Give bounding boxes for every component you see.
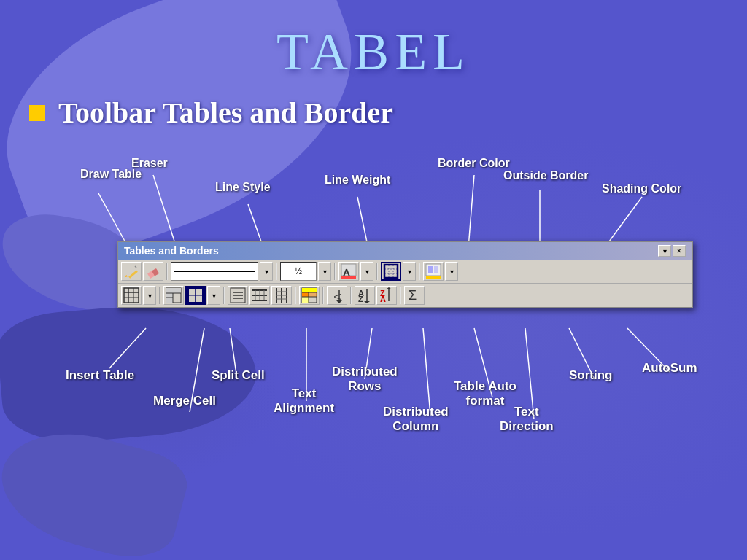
sep9 (322, 287, 324, 304)
svg-text:A: A (333, 294, 343, 300)
outside-border-label: Outside Border (503, 169, 588, 182)
sort-az-btn[interactable]: A Z (355, 286, 375, 305)
split-cell-label: Split Cell (212, 368, 265, 383)
distributed-rows-label: DistributedRows (332, 365, 398, 394)
autosum-label: AutoSum (642, 361, 697, 376)
svg-rect-67 (302, 288, 317, 292)
sep7 (223, 287, 225, 304)
line-style-selector[interactable] (171, 262, 258, 281)
svg-rect-70 (302, 297, 309, 303)
outside-border-btn[interactable] (381, 262, 401, 281)
svg-text:Σ: Σ (409, 288, 417, 303)
svg-line-19 (135, 266, 136, 268)
toolbar-controls[interactable]: ▾ ✕ (658, 245, 686, 257)
sep4 (376, 262, 378, 280)
sep2 (276, 262, 277, 280)
autosum-btn[interactable]: Σ (404, 286, 425, 305)
line-style-label: Line Style (215, 181, 271, 194)
shading-color-arrow[interactable]: ▾ (445, 262, 458, 281)
sep8 (295, 287, 296, 304)
sort-za-btn[interactable]: Z A (376, 286, 397, 305)
toolbar-title: Tables and Borders (124, 245, 219, 257)
merge-cells-btn[interactable] (163, 286, 184, 305)
sep11 (400, 287, 401, 304)
svg-marker-18 (125, 275, 128, 277)
border-color-arrow[interactable]: ▾ (360, 262, 374, 281)
line-weight-selector[interactable]: ½ (280, 262, 317, 281)
svg-rect-35 (426, 276, 441, 279)
text-direction-label: TextDirection (500, 405, 554, 435)
sep1 (166, 262, 168, 280)
line-weight-arrow[interactable]: ▾ (318, 262, 331, 281)
svg-rect-69 (309, 292, 317, 297)
eraser-btn[interactable] (143, 262, 163, 281)
line-style-arrow[interactable]: ▾ (260, 262, 273, 281)
table-autoformat-btn[interactable] (299, 286, 320, 305)
svg-marker-80 (364, 301, 370, 303)
bullet-icon (29, 105, 45, 121)
subtitle-text: Toolbar Tables and Border (58, 96, 393, 130)
border-color-label: Border Color (438, 157, 510, 170)
svg-rect-68 (302, 292, 309, 297)
eraser-label: Eraser (131, 157, 168, 170)
toolbar-titlebar: Tables and Borders ▾ ✕ (118, 242, 692, 260)
svg-rect-36 (124, 288, 139, 303)
subtitle-area: Toolbar Tables and Border (29, 96, 747, 130)
line-weight-label: Line Weight (325, 174, 390, 187)
split-cell-arrow[interactable]: ▾ (207, 286, 220, 305)
svg-rect-34 (434, 266, 438, 273)
shading-color-label: Shading Color (602, 182, 681, 195)
sep10 (350, 287, 352, 304)
annotation-lines (44, 153, 732, 545)
svg-line-7 (109, 328, 146, 368)
toolbar-row-1: ▾ ½ ▾ ▾ (118, 260, 692, 284)
svg-rect-27 (384, 265, 398, 278)
distributed-column-btn[interactable] (271, 286, 292, 305)
svg-text:A: A (380, 295, 386, 303)
toolbar-close-btn[interactable]: ✕ (673, 245, 686, 257)
toolbar-minimize-btn[interactable]: ▾ (658, 245, 671, 257)
merge-cell-label: Merge Cell (153, 394, 216, 408)
distributed-rows-btn[interactable] (249, 286, 270, 305)
insert-table-arrow[interactable]: ▾ (143, 286, 156, 305)
text-alignment-label: TextAlignment (274, 386, 334, 416)
svg-rect-17 (128, 271, 138, 279)
insert-table-label: Insert Table (66, 368, 134, 383)
sorting-label: Sorting (569, 368, 613, 383)
distributed-column-label: DistributedColumn (383, 405, 449, 435)
svg-marker-84 (386, 287, 392, 289)
svg-rect-26 (341, 276, 356, 279)
split-cell-btn[interactable] (185, 286, 206, 305)
svg-rect-33 (428, 266, 433, 273)
svg-text:Z: Z (358, 295, 363, 303)
shading-color-btn[interactable] (423, 262, 444, 281)
text-alignment-btn[interactable] (228, 286, 248, 305)
sep5 (419, 262, 420, 280)
sep3 (334, 262, 336, 280)
toolbar-window: Tables and Borders ▾ ✕ (117, 241, 693, 308)
draw-table-btn[interactable] (121, 262, 142, 281)
insert-table-btn[interactable] (121, 286, 142, 305)
text-direction-btn[interactable]: A (327, 286, 347, 305)
outside-border-arrow[interactable]: ▾ (403, 262, 416, 281)
svg-rect-42 (166, 288, 181, 293)
sep6 (159, 287, 160, 304)
border-color-btn[interactable] (338, 262, 359, 281)
diagram-area: Draw Table Eraser Line Style Line Weight… (44, 153, 732, 545)
svg-line-12 (423, 328, 430, 416)
page-title: TABEL (0, 0, 747, 82)
svg-marker-76 (336, 300, 342, 303)
toolbar-row-2: ▾ (118, 284, 692, 307)
